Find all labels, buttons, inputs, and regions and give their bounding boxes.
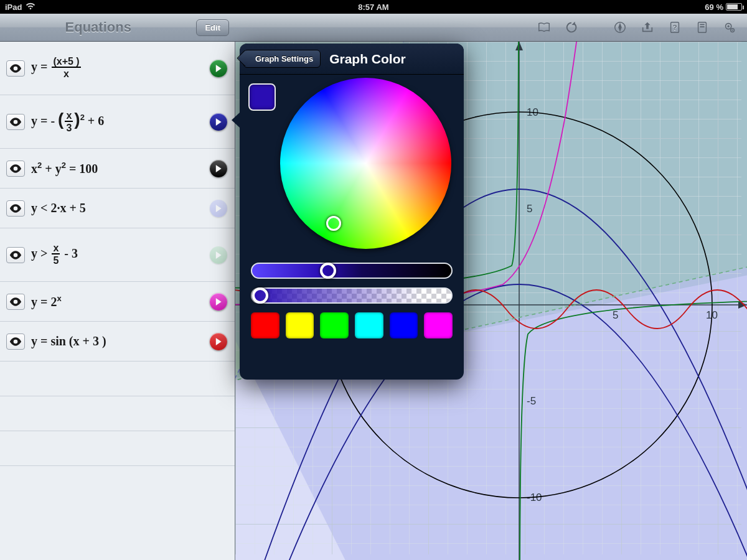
equation-row[interactable]: x2 + y2 = 100: [0, 149, 235, 189]
empty-row: [0, 431, 235, 466]
current-color-swatch: [248, 83, 276, 111]
opacity-handle[interactable]: [252, 287, 268, 304]
preset-yellow[interactable]: [286, 312, 314, 338]
brightness-handle[interactable]: [320, 263, 336, 279]
settings-icon[interactable]: [717, 16, 742, 39]
clock: 8:57 AM: [358, 2, 388, 12]
back-button[interactable]: Graph Settings: [243, 50, 321, 68]
svg-text:5: 5: [527, 203, 532, 215]
templates-icon[interactable]: [690, 16, 715, 39]
preset-cyan[interactable]: [355, 312, 383, 338]
visibility-toggle[interactable]: [6, 334, 25, 350]
svg-rect-5: [700, 26, 704, 27]
open-book-icon[interactable]: [532, 16, 557, 39]
color-wheel[interactable]: [280, 78, 451, 249]
equation-disclosure[interactable]: [210, 246, 227, 264]
equation-label: y = (x+5 )x: [31, 57, 82, 80]
equation-label: y = - (x3)2 + 6: [31, 110, 104, 134]
equation-label: y = sin (x + 3 ): [31, 334, 106, 348]
equation-label: x2 + y2 = 100: [31, 161, 98, 176]
status-bar: iPad 8:57 AM 69 %: [0, 0, 747, 14]
compass-icon[interactable]: [608, 16, 632, 39]
brightness-slider[interactable]: [251, 263, 453, 279]
equation-label: y > x5 - 3: [31, 243, 78, 266]
popover-title: Graph Color: [329, 52, 406, 67]
toolbar: Equations Edit ?: [0, 14, 747, 42]
opacity-slider[interactable]: [251, 287, 453, 304]
visibility-toggle[interactable]: [6, 294, 25, 310]
equation-row[interactable]: y = (x+5 )x: [0, 42, 235, 95]
equation-disclosure[interactable]: [210, 293, 227, 310]
axis-tick: 5: [613, 309, 618, 321]
empty-row: [0, 362, 235, 396]
refresh-icon[interactable]: [559, 16, 584, 39]
equation-disclosure[interactable]: [210, 160, 227, 177]
wifi-icon: [26, 2, 35, 12]
color-wheel-handle[interactable]: [326, 216, 341, 231]
visibility-toggle[interactable]: [6, 114, 25, 130]
svg-text:?: ?: [673, 24, 677, 31]
battery-icon: [726, 3, 742, 11]
svg-point-9: [731, 29, 733, 30]
preset-colors: [251, 312, 453, 338]
svg-point-7: [728, 26, 730, 27]
empty-row: [0, 396, 235, 431]
svg-rect-4: [700, 24, 704, 26]
equation-row[interactable]: y < 2·x + 5: [0, 189, 235, 228]
equations-sidebar: y = (x+5 )x y = - (x3)2 + 6 x2 + y2 = 10…: [0, 42, 235, 560]
visibility-toggle[interactable]: [6, 200, 25, 217]
equation-disclosure[interactable]: [210, 200, 227, 217]
popover-pointer: [232, 112, 240, 128]
empty-row: [0, 466, 235, 501]
visibility-toggle[interactable]: [6, 60, 25, 77]
visibility-toggle[interactable]: [6, 161, 25, 177]
edit-button[interactable]: Edit: [196, 19, 229, 36]
equation-row[interactable]: y = - (x3)2 + 6: [0, 95, 235, 149]
equation-label: y = 2x: [31, 294, 62, 309]
equation-row[interactable]: y > x5 - 3: [0, 228, 235, 282]
equation-disclosure[interactable]: [210, 113, 227, 131]
svg-text:-5: -5: [527, 395, 536, 407]
battery-label: 69 %: [705, 2, 723, 12]
preset-red[interactable]: [251, 312, 280, 338]
share-icon[interactable]: [635, 16, 660, 39]
equation-row[interactable]: y = 2x: [0, 282, 235, 322]
graph-color-popover: Graph Settings Graph Color: [240, 44, 464, 380]
preset-magenta[interactable]: [424, 312, 453, 338]
visibility-toggle[interactable]: [6, 247, 25, 263]
equation-disclosure[interactable]: [210, 60, 227, 77]
preset-green[interactable]: [320, 312, 349, 338]
sidebar-title: Equations: [0, 19, 196, 35]
equation-row[interactable]: y = sin (x + 3 ): [0, 322, 235, 362]
equation-disclosure[interactable]: [210, 333, 227, 350]
preset-blue[interactable]: [390, 312, 418, 338]
help-icon[interactable]: ?: [662, 16, 687, 39]
equation-label: y < 2·x + 5: [31, 201, 86, 215]
device-label: iPad: [5, 2, 22, 12]
